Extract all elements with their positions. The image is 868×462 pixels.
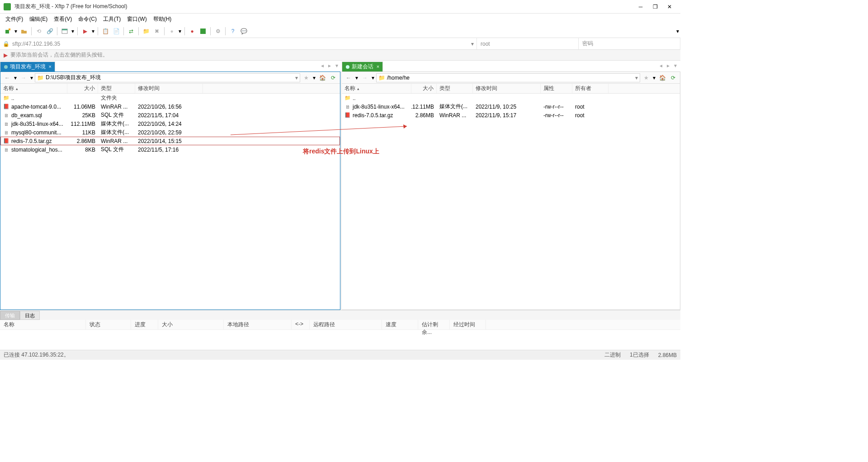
new-session-icon[interactable] — [3, 26, 13, 36]
menu-edit[interactable]: 编辑(E) — [27, 14, 50, 24]
path-dropdown-icon[interactable]: ▾ — [295, 75, 298, 81]
refresh-icon[interactable]: ⟳ — [668, 73, 678, 82]
home-icon[interactable]: 🏠 — [657, 73, 667, 82]
back-icon[interactable]: ← — [344, 73, 354, 82]
new-folder-icon[interactable]: 📁 — [141, 26, 151, 36]
col-owner[interactable]: 所有者 — [572, 84, 609, 93]
tab-close-icon[interactable]: × — [375, 64, 381, 69]
file-row[interactable]: 📕redis-7.0.5.tar.gz2.86MBWinRAR ...2022/… — [0, 137, 340, 145]
url-field[interactable]: 🔒 sftp://47.102.196.35 ▾ — [0, 38, 477, 49]
xcol-lpath[interactable]: 本地路径 — [224, 320, 292, 329]
file-row[interactable]: 📕redis-7.0.5.tar.gz2.86MBWinRAR ...2022/… — [342, 111, 680, 119]
tab-next-icon[interactable]: ▸ — [326, 62, 333, 69]
xcol-eta[interactable]: 估计剩余... — [418, 320, 450, 329]
tab-close-icon[interactable]: × — [47, 64, 53, 69]
play-dropdown[interactable]: ▾ — [91, 28, 95, 34]
col-date[interactable]: 修改时间 — [135, 84, 203, 93]
refresh-icon[interactable]: ⟳ — [328, 73, 338, 82]
back-dropdown[interactable]: ▾ — [13, 75, 18, 81]
toolbar-overflow-icon[interactable]: ▾ — [676, 28, 679, 34]
xcol-progress[interactable]: 进度 — [131, 320, 158, 329]
menu-tool[interactable]: 工具(T) — [100, 14, 123, 24]
remote-path-input[interactable]: 📁 /home/he ▾ — [376, 73, 640, 82]
tab-menu-icon[interactable]: ▾ — [334, 62, 340, 69]
tab-transfer[interactable]: 传输 — [0, 311, 20, 320]
xcol-status[interactable]: 状态 — [86, 320, 131, 329]
xcol-dir[interactable]: <-> — [292, 320, 310, 329]
stop-icon[interactable]: ● — [167, 26, 177, 36]
url-dropdown-icon[interactable]: ▾ — [471, 41, 474, 47]
menu-cmd[interactable]: 命令(C) — [75, 14, 99, 24]
file-row[interactable]: 📕apache-tomcat-9.0...11.06MBWinRAR ...20… — [0, 102, 340, 111]
tab-prev-icon[interactable]: ◂ — [319, 62, 326, 69]
file-row[interactable]: 🗎stomatological_hos...8KBSQL 文件2022/11/5… — [0, 145, 340, 154]
col-name[interactable]: 名称▴ — [342, 84, 411, 93]
file-row[interactable]: 🗎jdk-8u351-linux-x64...112.11MB媒体文件(...2… — [0, 119, 340, 128]
sync-icon[interactable]: ⇄ — [126, 26, 136, 36]
star-dropdown[interactable]: ▾ — [652, 75, 656, 81]
new-session-dropdown[interactable]: ▾ — [14, 28, 18, 34]
tab-local[interactable]: 项目发布_环境 × — [0, 62, 55, 71]
local-path-input[interactable]: 📁 D:\USB\项目发布_环境 ▾ — [35, 73, 300, 82]
play-icon[interactable]: ▶ — [80, 26, 90, 36]
up-dir-row[interactable]: 📁.. 文件夹 — [0, 94, 340, 102]
open-session-icon[interactable] — [19, 26, 29, 36]
tab-menu-icon[interactable]: ▾ — [672, 62, 679, 69]
xcol-size[interactable]: 大小 — [158, 320, 224, 329]
link-icon[interactable]: 🔗 — [45, 26, 55, 36]
col-size[interactable]: 大小 — [411, 84, 437, 93]
star-dropdown[interactable]: ▾ — [312, 75, 316, 81]
col-attr[interactable]: 属性 — [541, 84, 572, 93]
up-dir-row[interactable]: 📁.. — [342, 94, 680, 102]
help-icon[interactable]: ? — [228, 26, 238, 36]
reconnect-icon[interactable]: ⟲ — [34, 26, 44, 36]
xcol-elapsed[interactable]: 经过时间 — [450, 320, 486, 329]
col-type[interactable]: 类型 — [98, 84, 135, 93]
minimize-button[interactable]: ─ — [633, 1, 648, 12]
tab-prev-icon[interactable]: ◂ — [658, 62, 664, 69]
username-field[interactable]: root — [477, 38, 579, 49]
red-dot-icon[interactable]: ● — [187, 26, 197, 36]
local-file-list[interactable]: 📁.. 文件夹 📕apache-tomcat-9.0...11.06MBWinR… — [0, 94, 340, 310]
maximize-button[interactable]: ❐ — [648, 1, 662, 12]
back-dropdown[interactable]: ▾ — [354, 75, 359, 81]
delete-icon[interactable]: ✖ — [152, 26, 162, 36]
file-row[interactable]: 🗎jdk-8u351-linux-x64...112.11MB媒体文件(...2… — [342, 102, 680, 111]
menu-file[interactable]: 文件(F) — [3, 14, 26, 24]
new-window-icon[interactable] — [60, 26, 70, 36]
back-icon[interactable]: ← — [2, 73, 12, 82]
xcol-rpath[interactable]: 远程路径 — [310, 320, 382, 329]
remote-file-list[interactable]: 📁.. 🗎jdk-8u351-linux-x64...112.11MB媒体文件(… — [342, 94, 680, 310]
password-field[interactable]: 密码 — [579, 38, 680, 49]
forward-dropdown[interactable]: ▾ — [371, 75, 375, 81]
stop-dropdown[interactable]: ▾ — [178, 28, 182, 34]
col-type[interactable]: 类型 — [437, 84, 473, 93]
forward-icon[interactable]: → — [360, 73, 370, 82]
col-name[interactable]: 名称▴ — [0, 84, 67, 93]
tab-next-icon[interactable]: ▸ — [665, 62, 671, 69]
path-dropdown-icon[interactable]: ▾ — [635, 75, 638, 81]
paste-icon[interactable]: 📄 — [111, 26, 121, 36]
menu-help[interactable]: 帮助(H) — [151, 14, 175, 24]
star-icon[interactable]: ★ — [641, 73, 651, 82]
xcol-speed[interactable]: 速度 — [382, 320, 418, 329]
window-dropdown[interactable]: ▾ — [71, 28, 75, 34]
menu-view[interactable]: 查看(V) — [51, 14, 75, 24]
gear-icon[interactable]: ⚙ — [213, 26, 223, 36]
star-icon[interactable]: ★ — [301, 73, 311, 82]
col-date[interactable]: 修改时间 — [473, 84, 541, 93]
forward-dropdown[interactable]: ▾ — [29, 75, 34, 81]
tab-log[interactable]: 日志 — [20, 311, 40, 320]
copy-icon[interactable]: 📋 — [100, 26, 110, 36]
col-size[interactable]: 大小 — [67, 84, 98, 93]
menu-window[interactable]: 窗口(W) — [124, 14, 149, 24]
home-icon[interactable]: 🏠 — [317, 73, 327, 82]
chat-icon[interactable]: 💬 — [239, 26, 249, 36]
forward-icon[interactable]: → — [19, 73, 28, 82]
transfer-list[interactable] — [0, 330, 680, 350]
file-row[interactable]: 🗎db_exam.sql25KBSQL 文件2022/11/5, 17:04 — [0, 111, 340, 119]
file-row[interactable]: 🗎mysql80-communit...11KB媒体文件(...2022/10/… — [0, 128, 340, 137]
xcol-name[interactable]: 名称 — [0, 320, 86, 329]
green-square-icon[interactable] — [198, 26, 208, 36]
close-button[interactable]: ✕ — [662, 1, 677, 12]
